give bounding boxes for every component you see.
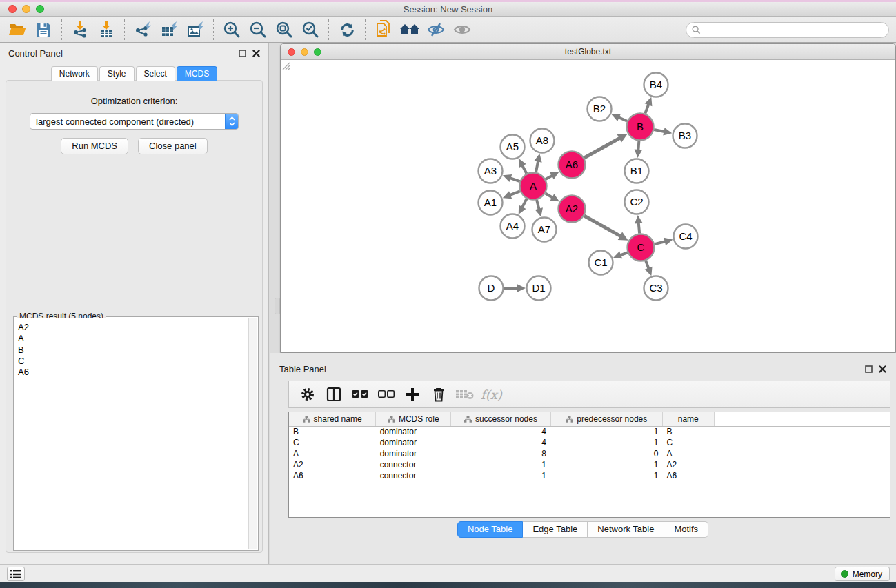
table-cell[interactable]: 1 — [550, 437, 663, 448]
close-panel-icon[interactable] — [252, 50, 260, 57]
table-cell[interactable]: 1 — [451, 470, 550, 481]
table-cell[interactable]: A2 — [289, 459, 376, 470]
table-cell[interactable]: A — [663, 448, 715, 459]
show-log-button[interactable] — [7, 567, 25, 581]
delete-column-button[interactable] — [426, 383, 452, 406]
table-cell[interactable]: 1 — [550, 470, 663, 481]
clone-network-button[interactable] — [370, 19, 397, 41]
mcds-result-scrollbar[interactable] — [248, 318, 257, 549]
table-cell[interactable]: 1 — [451, 459, 550, 470]
tab-node-table[interactable]: Node Table — [457, 521, 524, 538]
graph-edge-A-A7[interactable] — [537, 200, 539, 210]
run-mcds-button[interactable]: Run MCDS — [61, 138, 128, 154]
table-cell[interactable]: 4 — [451, 437, 550, 448]
mcds-result-item[interactable]: C — [18, 356, 245, 367]
table-cell[interactable]: A6 — [663, 470, 715, 481]
delete-table-button[interactable] — [452, 383, 478, 406]
graph-edge-B-B2[interactable] — [618, 117, 628, 121]
table-cell[interactable]: 0 — [550, 448, 663, 459]
window-resize-grip[interactable] — [281, 61, 290, 70]
column-header[interactable]: predecessor nodes — [550, 412, 663, 426]
tab-style[interactable]: Style — [99, 66, 135, 81]
import-table-button[interactable] — [93, 19, 119, 41]
table-settings-button[interactable] — [295, 383, 321, 406]
deselect-all-columns-button[interactable] — [373, 383, 399, 406]
graph-edge-A-A3[interactable] — [510, 178, 520, 181]
table-cell[interactable]: 8 — [451, 448, 550, 459]
table-cell[interactable]: A2 — [663, 459, 715, 470]
insert-column-button[interactable] — [321, 383, 347, 406]
criterion-select[interactable]: largest connected component (directed) — [30, 113, 239, 130]
graph-edge-C-C2[interactable] — [639, 222, 640, 234]
add-column-button[interactable] — [399, 383, 426, 406]
open-session-button[interactable] — [4, 19, 30, 41]
tab-select[interactable]: Select — [136, 66, 175, 81]
network-close-button[interactable] — [288, 48, 295, 56]
zoom-fit-button[interactable] — [271, 19, 297, 41]
table-cell[interactable]: A — [289, 448, 376, 459]
graph-edge-A-A8[interactable] — [536, 161, 538, 172]
minimize-window-button[interactable] — [22, 5, 30, 13]
mcds-result-list[interactable]: A2ABCA6 — [14, 318, 248, 549]
table-row[interactable]: Adominator80A — [289, 448, 890, 459]
tab-mcds[interactable]: MCDS — [177, 66, 217, 81]
table-cell[interactable]: connector — [376, 470, 451, 481]
graph-edge-A-A1[interactable] — [509, 191, 520, 195]
column-header[interactable]: MCDS role — [376, 412, 451, 426]
search-input[interactable] — [701, 24, 888, 37]
mcds-result-item[interactable]: A — [18, 333, 245, 344]
mcds-result-item[interactable]: A6 — [18, 367, 245, 378]
network-zoom-button[interactable] — [314, 48, 321, 56]
graph-edge-A6-B[interactable] — [584, 138, 621, 158]
table-cell[interactable]: A6 — [289, 470, 376, 481]
preview-eye-button[interactable] — [449, 19, 475, 41]
import-network-button[interactable] — [67, 19, 93, 41]
function-builder-button[interactable]: f(x) — [481, 387, 502, 402]
export-network-button[interactable] — [130, 19, 156, 41]
table-cell[interactable]: 1 — [550, 459, 663, 470]
network-window-titlebar[interactable]: testGlobe.txt — [281, 44, 895, 60]
close-panel-icon[interactable] — [879, 365, 886, 373]
network-canvas[interactable]: B4B2BB3A8A5A6B1A3AA1C2A2A4A7C4CC1C3DD1 — [281, 61, 895, 352]
tab-network[interactable]: Network — [51, 66, 98, 81]
table-cell[interactable]: B — [663, 426, 715, 437]
graph-edge-A-A5[interactable] — [522, 165, 527, 174]
table-cell[interactable]: dominator — [376, 426, 451, 437]
save-session-button[interactable] — [30, 19, 57, 41]
float-panel-icon[interactable] — [865, 365, 873, 373]
graph-edge-B-B1[interactable] — [638, 141, 639, 150]
table-row[interactable]: A2connector11A2 — [289, 459, 890, 470]
apply-layout-button[interactable] — [334, 19, 360, 41]
zoom-window-button[interactable] — [36, 5, 44, 13]
memory-button[interactable]: Memory — [835, 567, 890, 581]
column-header[interactable]: successor nodes — [451, 412, 550, 426]
table-row[interactable]: Cdominator41C — [289, 437, 890, 448]
close-window-button[interactable] — [8, 5, 17, 13]
table-cell[interactable]: C — [289, 437, 376, 448]
network-minimize-button[interactable] — [301, 48, 308, 56]
float-panel-icon[interactable] — [239, 50, 246, 57]
table-cell[interactable]: dominator — [376, 448, 451, 459]
export-table-button[interactable] — [156, 19, 182, 41]
show-hide-graphics-details-button[interactable] — [423, 19, 449, 41]
table-row[interactable]: A6connector11A6 — [289, 470, 890, 481]
column-header[interactable]: name — [663, 412, 715, 426]
zoom-selected-button[interactable] — [297, 19, 323, 41]
show-all-networks-button[interactable] — [397, 19, 423, 41]
zoom-out-button[interactable] — [245, 19, 271, 41]
table-cell[interactable]: dominator — [376, 437, 451, 448]
tab-edge-table[interactable]: Edge Table — [523, 521, 588, 538]
column-header[interactable]: shared name — [289, 412, 376, 426]
export-image-button[interactable] — [182, 19, 208, 41]
splitter-grip-vertical[interactable] — [275, 298, 280, 314]
mcds-result-item[interactable]: B — [18, 345, 245, 356]
table-cell[interactable]: 1 — [550, 426, 663, 437]
graph-edge-B-B4[interactable] — [645, 103, 648, 113]
graph-edge-B-B3[interactable] — [654, 130, 665, 132]
zoom-in-button[interactable] — [219, 19, 245, 41]
tab-motifs[interactable]: Motifs — [664, 521, 708, 538]
table-cell[interactable]: 4 — [451, 426, 550, 437]
table-row[interactable]: Bdominator41B — [289, 426, 890, 437]
search-field[interactable] — [686, 22, 889, 38]
graph-edge-C-C4[interactable] — [655, 241, 666, 244]
